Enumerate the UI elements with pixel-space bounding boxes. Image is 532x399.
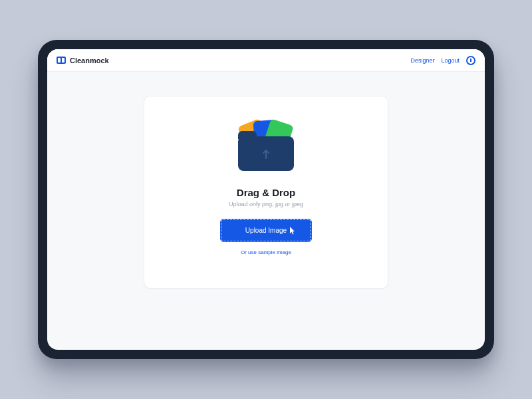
sample-image-link[interactable]: Or use sample image <box>241 249 291 255</box>
brand-name: Cleanmock <box>70 57 109 65</box>
upload-arrow-icon <box>261 148 271 160</box>
upload-button-label: Upload Image <box>245 227 287 234</box>
dropzone-subtitle: Upload only png, jpg or jpeg <box>229 201 303 207</box>
power-icon[interactable] <box>466 56 475 65</box>
brand[interactable]: Cleanmock <box>57 57 109 65</box>
content-area: Drag & Drop Upload only png, jpg or jpeg… <box>47 72 485 350</box>
cursor-icon <box>290 227 296 235</box>
upload-image-button[interactable]: Upload Image <box>221 219 311 241</box>
top-bar: Cleanmock Designer Logout <box>47 49 485 72</box>
dropzone-title: Drag & Drop <box>237 187 295 198</box>
upload-dropzone[interactable]: Drag & Drop Upload only png, jpg or jpeg… <box>144 96 388 289</box>
app-screen: Cleanmock Designer Logout <box>47 49 485 350</box>
nav-right: Designer Logout <box>410 56 475 65</box>
brand-logo-icon <box>57 57 66 64</box>
logout-link[interactable]: Logout <box>441 57 460 64</box>
folder-illustration <box>226 120 306 174</box>
designer-link[interactable]: Designer <box>410 57 434 64</box>
tablet-frame: Cleanmock Designer Logout <box>38 40 494 359</box>
folder-icon <box>238 136 294 171</box>
